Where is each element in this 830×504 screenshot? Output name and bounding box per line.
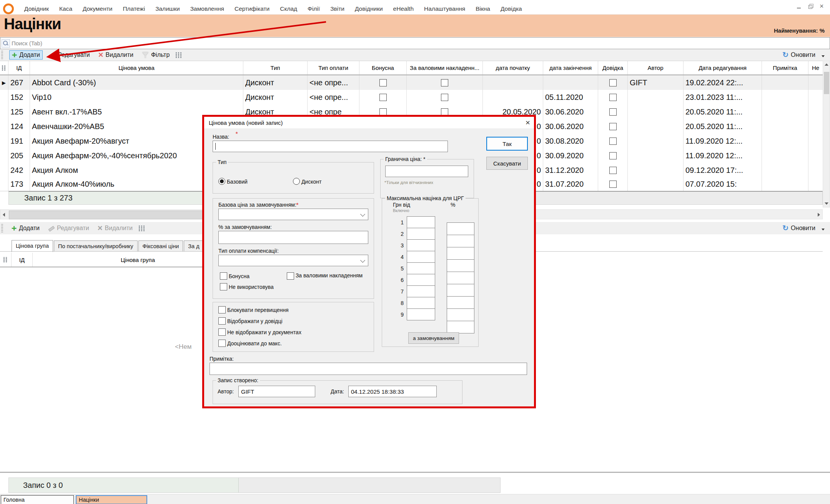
ref-checkbox[interactable] [609, 94, 617, 101]
add-button[interactable]: Додати [9, 50, 43, 60]
window-tab-markups[interactable]: Націнки [76, 495, 147, 504]
base-price-combobox[interactable] [218, 209, 368, 220]
crg-hrn-input[interactable] [407, 228, 435, 240]
column-header-bonus[interactable]: Бонусна [359, 61, 407, 75]
block-exceed-checkbox-icon[interactable] [218, 306, 226, 313]
gross-checkbox[interactable] [441, 108, 448, 116]
hide-docs-checkbox-icon[interactable] [218, 328, 226, 336]
chevron-down-icon[interactable] [360, 212, 365, 217]
detail-refresh-button[interactable]: Оновити [780, 224, 818, 232]
radio-discount-icon[interactable] [293, 178, 300, 185]
detail-edit-button[interactable]: Редагувати [46, 224, 91, 232]
ref-checkbox[interactable] [609, 152, 617, 159]
crg-percent-input[interactable] [447, 272, 474, 284]
column-header-id[interactable]: ІД [8, 61, 30, 75]
crg-hrn-input[interactable] [407, 297, 435, 309]
refresh-dropdown-icon[interactable] [822, 229, 825, 230]
crg-hrn-input[interactable] [407, 262, 435, 274]
window-tab-home[interactable]: Головна [1, 495, 74, 504]
minimize-button[interactable] [796, 4, 802, 9]
bonus-checkbox-label[interactable]: Бонусна [220, 272, 249, 280]
crg-percent-input[interactable] [447, 296, 474, 309]
name-input[interactable] [213, 141, 448, 152]
detail-add-button[interactable]: Додати [9, 224, 42, 232]
crg-hrn-input[interactable] [407, 216, 435, 228]
toolbar-grip[interactable] [1, 224, 3, 232]
gross-checkbox[interactable] [441, 79, 448, 86]
scroll-up-icon[interactable] [825, 63, 828, 66]
refresh-dropdown-icon[interactable] [822, 55, 825, 57]
column-header-note[interactable]: Примітка [762, 61, 808, 75]
block-exceed-checkbox-label[interactable]: Блокувати перевищення [218, 306, 289, 313]
date-input[interactable]: 04.12.2025 18:38:33 [348, 386, 437, 397]
dialog-close-icon[interactable] [526, 118, 530, 128]
menu-zalyshky[interactable]: Залишки [155, 5, 180, 12]
bonus-checkbox-icon[interactable] [220, 272, 227, 280]
restore-button[interactable] [808, 4, 814, 9]
menu-kasa[interactable]: Каса [59, 5, 72, 12]
menu-ehealth[interactable]: eHealth [393, 5, 414, 12]
detail-delete-button[interactable]: Видалити [95, 224, 135, 232]
tab-supplier[interactable]: По постачальнику/виробнику [54, 240, 138, 252]
crg-percent-input[interactable] [447, 247, 474, 260]
show-ref-checkbox-label[interactable]: Відображати у довідці [218, 317, 283, 325]
default-values-button[interactable]: а замовчуванням [408, 332, 459, 344]
ref-checkbox[interactable] [609, 79, 617, 86]
radio-base-icon[interactable] [218, 178, 225, 185]
cancel-button[interactable]: Скасувати [486, 157, 528, 170]
gross-checkbox-icon[interactable] [287, 272, 294, 280]
crg-percent-input[interactable] [447, 259, 474, 272]
close-button[interactable] [819, 4, 825, 9]
crg-percent-input[interactable] [447, 321, 474, 333]
max-reval-checkbox-icon[interactable] [218, 340, 226, 347]
refresh-button[interactable]: Оновити [780, 51, 818, 59]
ref-checkbox[interactable] [609, 123, 617, 130]
column-header-type[interactable]: Тип [243, 61, 308, 75]
crg-hrn-input[interactable] [407, 308, 435, 320]
gross-checkbox-label[interactable]: За валовими накладенням [287, 272, 363, 280]
crg-hrn-input[interactable] [407, 239, 435, 251]
menu-zamovlennia[interactable]: Замовлення [190, 5, 224, 12]
pay-type-combobox[interactable] [218, 255, 368, 266]
ref-checkbox[interactable] [609, 181, 617, 188]
radio-discount[interactable]: Дисконт [293, 178, 321, 185]
ref-checkbox[interactable] [609, 108, 617, 116]
ref-checkbox[interactable] [609, 138, 617, 145]
unused-checkbox-icon[interactable] [220, 283, 227, 290]
chevron-down-icon[interactable] [360, 258, 365, 263]
menu-filii[interactable]: Філії [308, 5, 320, 12]
max-reval-checkbox-label[interactable]: Дооцінювати до макс. [218, 340, 282, 347]
show-ref-checkbox-icon[interactable] [218, 317, 226, 325]
scroll-left-icon[interactable] [3, 213, 5, 217]
menu-sertyfikaty[interactable]: Сертифікати [235, 5, 269, 12]
detail-column-id[interactable]: ІД [12, 253, 33, 267]
ok-button[interactable]: Так [486, 137, 528, 151]
radio-base[interactable]: Базовий [218, 178, 248, 185]
delete-button[interactable]: Видалити [96, 51, 136, 59]
menu-vikna[interactable]: Вікна [476, 5, 490, 12]
column-header-ne[interactable]: Не [808, 61, 823, 75]
header-grip-cell[interactable] [0, 253, 12, 267]
scroll-right-icon[interactable] [818, 213, 820, 217]
menu-zvity[interactable]: Звіти [330, 5, 344, 12]
scrollbar-thumb[interactable] [824, 72, 829, 94]
column-header-ref[interactable]: Довідка [598, 61, 628, 75]
tab-fixed-prices[interactable]: Фіксовані ціни [138, 240, 183, 252]
edit-button[interactable]: Редагувати [47, 51, 92, 59]
menu-sklad[interactable]: Склад [280, 5, 297, 12]
table-row[interactable]: 152 Vip10 Дисконт <не опре... 05.11.2020… [0, 90, 823, 105]
limit-price-input[interactable] [385, 166, 468, 177]
column-header-gross[interactable]: За валовими накладенн... [407, 61, 483, 75]
unused-checkbox-label[interactable]: Не використовува [220, 283, 274, 290]
filter-button[interactable]: Фільтр [140, 51, 172, 59]
bonus-checkbox[interactable] [379, 94, 387, 101]
column-header-pay[interactable]: Тип оплати [308, 61, 359, 75]
menu-dokumenty[interactable]: Документи [83, 5, 112, 12]
column-header-start[interactable]: дата початку [483, 61, 543, 75]
scroll-down-icon[interactable] [825, 202, 828, 205]
menu-nalashtuvannia[interactable]: Налаштування [424, 5, 465, 12]
crg-hrn-input[interactable] [407, 285, 435, 297]
bonus-checkbox[interactable] [379, 108, 387, 116]
menu-dovidnyk[interactable]: Довідник [24, 5, 49, 12]
percent-input[interactable] [218, 231, 368, 244]
